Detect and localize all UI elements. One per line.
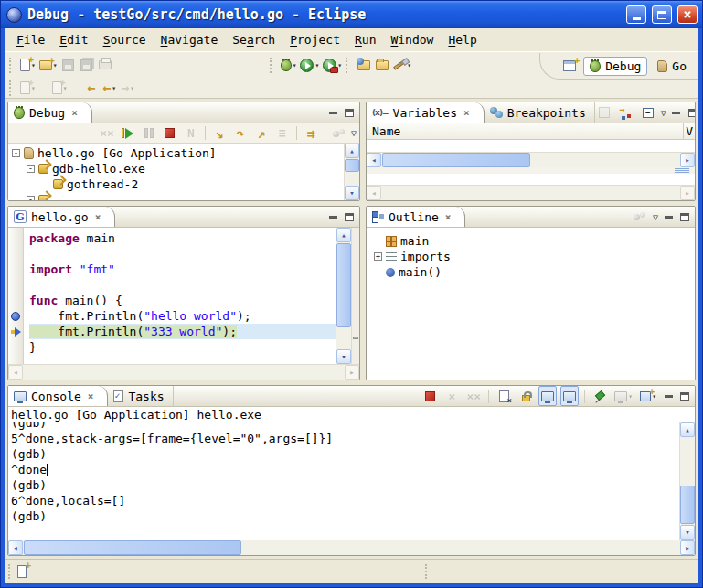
toolbar-grip[interactable] <box>270 58 274 73</box>
scroll-up-button[interactable]: ▴ <box>345 144 359 158</box>
forward-button[interactable]: →▾ <box>119 78 137 98</box>
scroll-up-button[interactable]: ▴ <box>680 422 695 437</box>
run-launch-button[interactable]: ▾ <box>298 55 321 75</box>
suspend-button[interactable] <box>140 123 158 144</box>
close-icon[interactable]: × <box>71 107 78 119</box>
variables-detail-pane[interactable] <box>367 174 695 185</box>
breakpoint-icon[interactable] <box>11 312 20 321</box>
statusbar-grip[interactable] <box>8 564 12 579</box>
scroll-right-button[interactable]: ▸ <box>345 365 359 380</box>
dropdown-icon[interactable]: ▾ <box>314 61 319 69</box>
clear-console-button[interactable] <box>495 386 513 406</box>
menu-item-window[interactable]: Window <box>383 31 441 48</box>
ruler-cell[interactable] <box>8 339 23 355</box>
menu-item-file[interactable]: File <box>9 31 52 48</box>
toolbar-grip[interactable] <box>9 58 14 73</box>
display-selected-console-button[interactable]: ▾ <box>612 386 634 406</box>
close-icon[interactable]: × <box>88 390 94 402</box>
ruler-cell[interactable] <box>8 277 23 293</box>
save-button[interactable] <box>59 55 78 75</box>
menu-item-run[interactable]: Run <box>347 31 383 48</box>
editor-hscrollbar[interactable]: ◂ ▸ <box>8 364 359 380</box>
show-stderr-button[interactable] <box>560 386 579 406</box>
editor-annotation-ruler[interactable] <box>8 228 24 364</box>
window-maximize-button[interactable] <box>652 5 672 24</box>
menu-item-help[interactable]: Help <box>441 31 484 48</box>
open-perspective-button[interactable] <box>560 56 579 76</box>
close-icon[interactable]: × <box>445 211 452 223</box>
maximize-view-button[interactable] <box>343 211 356 223</box>
tree-row[interactable]: -hello.go [Go Application] <box>8 145 344 161</box>
debug-launch-button[interactable]: ▾ <box>279 55 299 75</box>
outline-row[interactable]: main <box>374 233 695 249</box>
debug-view-layout-button[interactable] <box>330 123 348 144</box>
scroll-up-button[interactable]: ▴ <box>336 228 351 242</box>
save-all-button[interactable] <box>78 55 96 75</box>
close-icon[interactable]: × <box>95 211 101 223</box>
scroll-right-button[interactable]: ▸ <box>680 540 695 555</box>
maximize-view-button[interactable] <box>678 211 691 223</box>
expander-icon[interactable]: - <box>12 149 20 157</box>
menu-item-project[interactable]: Project <box>282 31 347 48</box>
tree-row[interactable]: -gdb-hello.exe <box>8 161 344 176</box>
ruler-cell[interactable] <box>8 246 23 262</box>
tab-debug[interactable]: Debug × <box>8 102 92 123</box>
window-close-button[interactable]: × <box>677 5 698 24</box>
eclipse-logo-icon[interactable] <box>6 7 22 23</box>
view-menu-button[interactable]: ▽ <box>351 128 357 138</box>
minimize-view-button[interactable] <box>326 211 339 223</box>
remove-launch-button[interactable]: × <box>442 386 461 406</box>
overview-ruler[interactable] <box>351 228 359 364</box>
new-project-button[interactable]: ▾ <box>37 55 59 75</box>
menu-item-search[interactable]: Search <box>225 31 282 48</box>
scroll-thumb[interactable] <box>382 153 530 167</box>
scroll-down-button[interactable]: ▾ <box>336 349 351 364</box>
pin-console-button[interactable] <box>591 386 609 406</box>
resume-button[interactable] <box>119 123 137 144</box>
tab-breakpoints[interactable]: Breakpoints <box>485 102 595 123</box>
next-annotation-button[interactable]: ▾ <box>18 78 37 98</box>
step-over-button[interactable]: ↷ <box>231 123 250 144</box>
print-button[interactable] <box>96 55 114 75</box>
perspective-debug-button[interactable]: Debug <box>583 57 647 76</box>
minimize-view-button[interactable] <box>326 107 339 119</box>
console-hscrollbar[interactable]: ◂ ▸ <box>8 540 695 555</box>
tab-console[interactable]: Console × <box>8 386 108 406</box>
debug-launch-tree[interactable]: -hello.go [Go Application]-gdb-hello.exe… <box>8 144 344 200</box>
show-stdout-button[interactable] <box>538 386 557 406</box>
console-text-area[interactable]: (gdb)5^done,stack-args=[frame={level="0"… <box>8 422 679 540</box>
back-button[interactable]: ←▾ <box>101 78 119 98</box>
view-menu-button[interactable]: ▽ <box>661 108 666 118</box>
column-name[interactable]: Name <box>372 124 400 138</box>
tab-outline[interactable]: Outline × <box>367 207 465 227</box>
toolbar-grip[interactable] <box>346 58 350 73</box>
variables-empty-row[interactable] <box>367 140 695 152</box>
menu-item-navigate[interactable]: Navigate <box>154 31 226 48</box>
terminate-button[interactable] <box>161 123 179 144</box>
tree-row[interactable]: gothread-2 <box>8 176 344 192</box>
console-vscrollbar[interactable]: ▴ ▾ <box>679 422 695 540</box>
scroll-thumb[interactable] <box>680 486 695 524</box>
link-with-editor-button[interactable] <box>631 207 649 227</box>
perspective-go-button[interactable]: Go <box>652 58 692 75</box>
ruler-cell[interactable] <box>8 308 23 324</box>
minimize-view-button[interactable] <box>662 390 675 402</box>
show-logical-structures-button[interactable] <box>617 102 635 123</box>
maximize-view-button[interactable] <box>678 390 691 402</box>
scroll-left-button[interactable]: ◂ <box>367 153 381 167</box>
scroll-right-button[interactable]: ▸ <box>680 186 695 200</box>
outline-tree[interactable]: main+importsmain() <box>367 228 695 380</box>
ruler-cell[interactable] <box>8 293 23 308</box>
dropdown-icon[interactable]: ▾ <box>130 84 134 92</box>
external-tools-button[interactable]: ▾ <box>321 55 344 75</box>
window-minimize-button[interactable] <box>626 5 646 24</box>
scroll-right-button[interactable]: ▸ <box>680 153 695 167</box>
scroll-thumb[interactable] <box>336 243 351 327</box>
last-edit-location-button[interactable]: ← <box>82 78 101 98</box>
scroll-left-button[interactable]: ◂ <box>8 540 23 555</box>
step-return-button[interactable]: ↗ <box>252 123 271 144</box>
tree-row[interactable]: - <box>8 192 344 200</box>
scroll-left-button[interactable]: ◂ <box>367 186 381 200</box>
ruler-cell[interactable] <box>8 262 23 277</box>
editor-vscrollbar[interactable]: ▴ ▾ <box>336 228 351 364</box>
